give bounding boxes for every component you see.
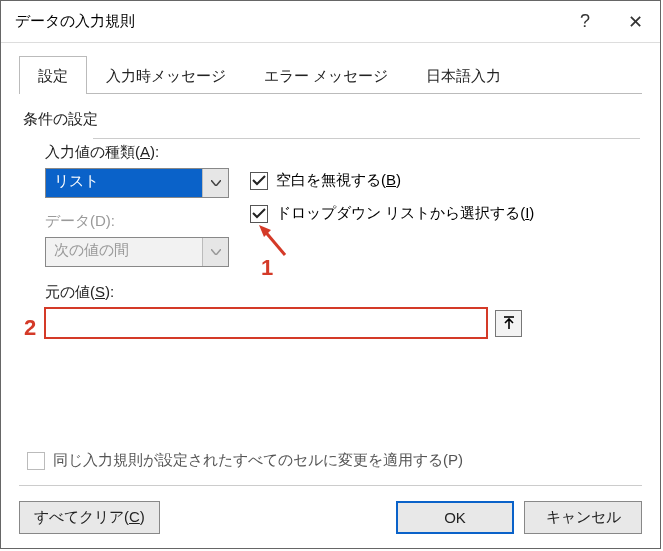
clear-all-button[interactable]: すべてクリア(C) — [19, 501, 160, 534]
data-select: 次の値の間 — [45, 237, 229, 267]
collapse-dialog-icon — [502, 316, 516, 330]
apply-all-row: 同じ入力規則が設定されたすべてのセルに変更を適用する(P) — [27, 451, 463, 470]
section-divider — [93, 138, 640, 139]
cancel-button[interactable]: キャンセル — [524, 501, 642, 534]
tab-ime[interactable]: 日本語入力 — [407, 56, 520, 94]
chevron-down-icon — [202, 169, 228, 197]
apply-all-label: 同じ入力規則が設定されたすべてのセルに変更を適用する(P) — [53, 451, 463, 470]
range-picker-button[interactable] — [495, 310, 522, 337]
check-icon — [252, 175, 266, 186]
tab-input-message[interactable]: 入力時メッセージ — [87, 56, 245, 94]
source-row: 元の値(S): — [45, 267, 642, 338]
source-label: 元の値(S): — [45, 283, 642, 302]
button-row: すべてクリア(C) OK キャンセル — [19, 501, 642, 534]
allow-select[interactable]: リスト — [45, 168, 229, 198]
titlebar: データの入力規則 ? ✕ — [1, 1, 660, 43]
in-cell-dropdown-checkbox[interactable] — [250, 205, 268, 223]
dropdown-row: ドロップダウン リストから選択する(I) — [250, 204, 534, 223]
ok-button[interactable]: OK — [396, 501, 514, 534]
bottom-divider — [19, 485, 642, 486]
tab-error-message[interactable]: エラー メッセージ — [245, 56, 407, 94]
check-icon — [252, 208, 266, 219]
dialog-window: データの入力規則 ? ✕ 設定 入力時メッセージ エラー メッセージ 日本語入力… — [0, 0, 661, 549]
content-area: 設定 入力時メッセージ エラー メッセージ 日本語入力 条件の設定 入力値の種類… — [1, 43, 660, 338]
ignore-blank-row: 空白を無視する(B) — [250, 171, 534, 190]
form-area: 入力値の種類(A): リスト データ(D): 次の値の間 — [23, 129, 642, 338]
ignore-blank-label: 空白を無視する(B) — [276, 171, 401, 190]
window-title: データの入力規則 — [15, 12, 560, 31]
chevron-down-icon — [202, 238, 228, 266]
data-label: データ(D): — [45, 212, 250, 231]
in-cell-dropdown-label: ドロップダウン リストから選択する(I) — [276, 204, 534, 223]
close-button[interactable]: ✕ — [610, 1, 660, 43]
allow-select-value: リスト — [46, 169, 202, 197]
tab-settings[interactable]: 設定 — [19, 56, 87, 94]
close-icon: ✕ — [628, 11, 643, 33]
apply-all-checkbox — [27, 452, 45, 470]
section-label: 条件の設定 — [23, 110, 98, 127]
data-select-value: 次の値の間 — [46, 238, 202, 266]
source-input[interactable] — [45, 308, 487, 338]
help-icon: ? — [580, 11, 590, 32]
criteria-section: 条件の設定 入力値の種類(A): リスト — [19, 94, 642, 338]
ignore-blank-checkbox[interactable] — [250, 172, 268, 190]
allow-label: 入力値の種類(A): — [45, 143, 250, 162]
tab-bar: 設定 入力時メッセージ エラー メッセージ 日本語入力 — [19, 55, 642, 94]
help-button[interactable]: ? — [560, 1, 610, 43]
